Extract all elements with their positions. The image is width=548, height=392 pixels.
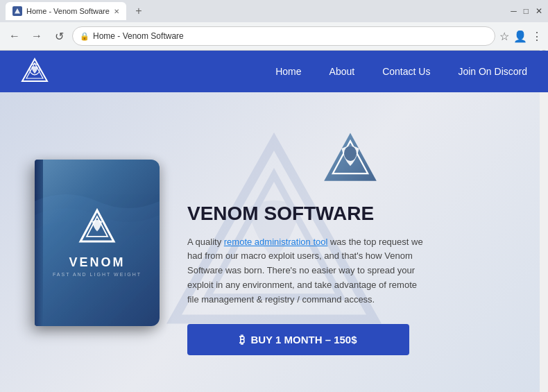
minimize-button[interactable]: ─: [511, 6, 517, 16]
logo-icon: [21, 58, 49, 85]
refresh-button[interactable]: ↺: [50, 27, 68, 45]
box-title: VENOM: [69, 255, 125, 270]
hero-title: VENOM SOFTWARE: [187, 203, 513, 225]
box-subtitle: FAST AND LIGHT WEIGHT: [53, 272, 142, 277]
hero-logo: [187, 130, 513, 192]
site-header: Home About Contact Us Join On Discord: [0, 51, 548, 92]
address-bar[interactable]: 🔒 Home - Venom Software: [72, 26, 495, 46]
hero-content: VENOM SOFTWARE A quality remote administ…: [187, 130, 513, 356]
nav-discord[interactable]: Join On Discord: [458, 66, 527, 77]
close-button[interactable]: ✕: [536, 6, 542, 16]
nav-contact[interactable]: Contact Us: [382, 66, 430, 77]
nav-home[interactable]: Home: [275, 66, 301, 77]
box-logo-icon: [76, 208, 118, 250]
browser-tab[interactable]: Home - Venom Software ✕: [6, 2, 126, 20]
title-bar: Home - Venom Software ✕ + ─ □ ✕: [0, 0, 548, 22]
new-tab-button[interactable]: +: [130, 3, 147, 19]
browser-chrome: Home - Venom Software ✕ + ─ □ ✕ ← → ↺ 🔒 …: [0, 0, 548, 51]
bitcoin-icon: ₿: [239, 334, 245, 346]
profile-button[interactable]: 👤: [513, 30, 527, 43]
svg-point-11: [344, 146, 357, 161]
hero-desc-link[interactable]: remote administration tool: [224, 237, 328, 247]
nav-bar: ← → ↺ 🔒 Home - Venom Software ☆ 👤 ⋮: [0, 22, 548, 50]
nav-about[interactable]: About: [329, 66, 355, 77]
tab-title: Home - Venom Software: [26, 7, 110, 15]
buy-label: BUY 1 MONTH – 150$: [250, 334, 357, 346]
hero-description: A quality remote administration tool was…: [187, 235, 423, 307]
lock-icon: 🔒: [80, 32, 89, 41]
title-bar-controls: ─ □ ✕: [511, 6, 542, 16]
address-text: Home - Venom Software: [93, 31, 488, 41]
restore-button[interactable]: □: [524, 6, 529, 16]
site-logo: [21, 58, 49, 85]
buy-button[interactable]: ₿ BUY 1 MONTH – 150$: [187, 324, 409, 355]
nav-right-controls: ☆ 👤 ⋮: [499, 30, 542, 43]
scrollbar[interactable]: [540, 50, 548, 392]
website-content: Home About Contact Us Join On Discord: [0, 51, 548, 392]
hero-section: VENOM FAST AND LIGHT WEIGHT: [0, 92, 548, 392]
product-box: VENOM FAST AND LIGHT WEIGHT: [35, 160, 160, 326]
product-box-wrap: VENOM FAST AND LIGHT WEIGHT: [35, 160, 160, 326]
title-bar-left: Home - Venom Software ✕ +: [6, 2, 147, 20]
forward-button[interactable]: →: [28, 27, 46, 45]
menu-button[interactable]: ⋮: [531, 30, 542, 43]
tab-favicon: [12, 6, 22, 16]
back-button[interactable]: ←: [6, 27, 24, 45]
tab-close-button[interactable]: ✕: [114, 8, 119, 15]
bookmark-button[interactable]: ☆: [499, 30, 509, 43]
box-logo-area: VENOM FAST AND LIGHT WEIGHT: [53, 208, 142, 277]
site-nav: Home About Contact Us Join On Discord: [275, 66, 527, 77]
svg-marker-0: [15, 8, 20, 14]
hero-logo-icon: [319, 130, 382, 192]
hero-desc-start: A quality: [187, 237, 224, 247]
